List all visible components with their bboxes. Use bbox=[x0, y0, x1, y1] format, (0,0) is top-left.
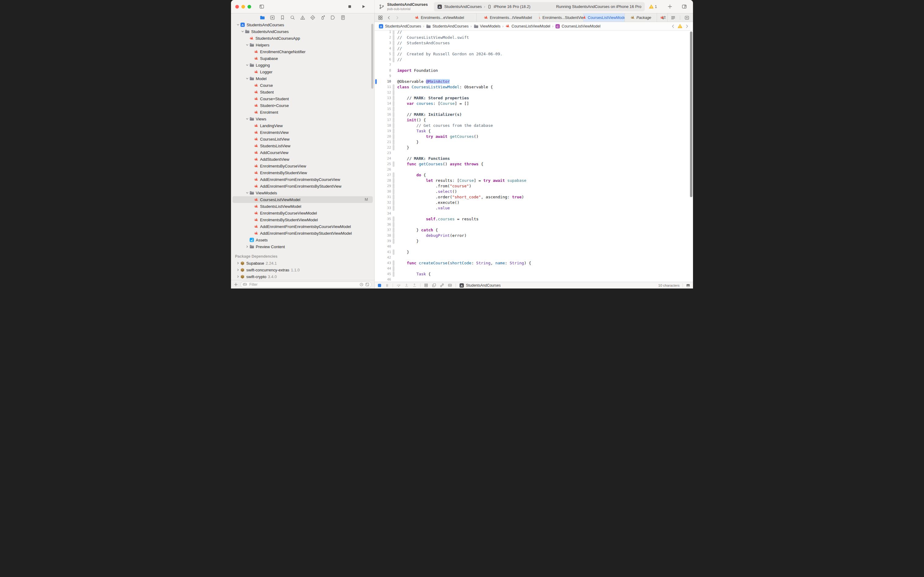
code-line-44[interactable]: 44 bbox=[375, 266, 693, 271]
code-line-11[interactable]: 11class CoursesListViewModel: Observable… bbox=[375, 84, 693, 90]
disclosure-open-icon[interactable] bbox=[245, 64, 250, 67]
sidebar-item-model[interactable]: Model bbox=[231, 75, 374, 82]
code-line-30[interactable]: 30 .select() bbox=[375, 189, 693, 194]
sidebar-item-viewmodels[interactable]: ViewModels bbox=[231, 190, 374, 196]
code-line-42[interactable]: 42 bbox=[375, 255, 693, 260]
toggle-debug-area-icon[interactable] bbox=[686, 283, 690, 288]
run-button[interactable] bbox=[361, 4, 366, 9]
code-line-26[interactable]: 26 bbox=[375, 167, 693, 172]
code-line-38[interactable]: 38 debugPrint(error) bbox=[375, 233, 693, 239]
sidebar-item-addenrolmentfromenrolmentsbystudentviewmodel[interactable]: AddEnrolmentFromEnrolmentsbyStudentViewM… bbox=[231, 230, 374, 237]
go-forward-icon[interactable] bbox=[395, 16, 399, 20]
adjust-editor-options-icon[interactable] bbox=[671, 15, 676, 20]
code-line-8[interactable]: 8import Foundation bbox=[375, 68, 693, 73]
sidebar-item-courseslistview[interactable]: CoursesListView bbox=[231, 136, 374, 142]
sidebar-item-enrolmentsbystudentview[interactable]: EnrolmentsByStudentView bbox=[231, 169, 374, 176]
sidebar-item-student[interactable]: Student bbox=[231, 89, 374, 95]
editor-tab-enrolments-tviewmodel[interactable]: Enrolments...tViewModel bbox=[476, 13, 539, 22]
code-line-14[interactable]: 14 var courses: [Course] = [] bbox=[375, 101, 693, 106]
code-line-6[interactable]: 6// bbox=[375, 57, 693, 62]
breadcrumb-3[interactable]: CoursesListViewModel bbox=[505, 24, 550, 28]
changes-navigator-icon[interactable] bbox=[270, 15, 275, 20]
code-line-39[interactable]: 39 } bbox=[375, 239, 693, 244]
issues-navigator-icon[interactable] bbox=[300, 15, 305, 20]
sidebar-item-enrollmentchangenotifier[interactable]: EnrollmentChangeNotifier bbox=[231, 48, 374, 55]
sidebar-scrollbar[interactable] bbox=[371, 24, 373, 89]
code-line-28[interactable]: 28 let results: [Course] = try await sup… bbox=[375, 178, 693, 184]
code-line-34[interactable]: 34 bbox=[375, 211, 693, 216]
disclosure-open-icon[interactable] bbox=[240, 30, 245, 33]
debug-navigator-icon[interactable] bbox=[320, 15, 325, 20]
sidebar-item-addcourseview[interactable]: AddCourseView bbox=[231, 149, 374, 156]
breadcrumb-1[interactable]: StudentsAndCourses bbox=[426, 24, 468, 29]
code-line-4[interactable]: 4// bbox=[375, 46, 693, 52]
code-line-40[interactable]: 40 bbox=[375, 244, 693, 249]
sidebar-item-enrolment[interactable]: Enrolment bbox=[231, 109, 374, 116]
code-line-36[interactable]: 36 bbox=[375, 222, 693, 227]
sidebar-item-addenrolmentfromenrolmentsbycourseviewmodel[interactable]: AddEnrolmentFromEnrolmentsbyCourseViewMo… bbox=[231, 223, 374, 230]
breadcrumb-4[interactable]: CCoursesListViewModel bbox=[555, 24, 600, 29]
editor-tab-courseslistviewmodel[interactable]: CoursesListViewModel bbox=[584, 13, 625, 22]
code-line-20[interactable]: 20 try await getCourses() bbox=[375, 134, 693, 139]
step-over-icon[interactable] bbox=[396, 283, 401, 288]
code-line-23[interactable]: 23 bbox=[375, 150, 693, 156]
sidebar-item-addstudentview[interactable]: AddStudentView bbox=[231, 156, 374, 163]
code-line-19[interactable]: 19 Task { bbox=[375, 128, 693, 134]
library-add-button[interactable] bbox=[667, 4, 673, 9]
toggle-navigator-icon[interactable] bbox=[259, 4, 264, 9]
step-into-icon[interactable] bbox=[404, 283, 409, 288]
swap-editor-icon[interactable] bbox=[662, 15, 666, 20]
breadcrumb-0[interactable]: AStudentsAndCourses bbox=[378, 24, 421, 29]
stop-button[interactable] bbox=[348, 4, 352, 9]
code-line-33[interactable]: 33 .value bbox=[375, 205, 693, 211]
disclosure-open-icon[interactable] bbox=[236, 23, 240, 26]
breadcrumb-2[interactable]: ViewModels bbox=[473, 24, 501, 29]
code-line-41[interactable]: 41 } bbox=[375, 249, 693, 255]
code-line-15[interactable]: 15 bbox=[375, 106, 693, 112]
code-line-12[interactable]: 12 bbox=[375, 90, 693, 95]
code-line-31[interactable]: 31 .order("short_code", ascending: true) bbox=[375, 194, 693, 200]
package-item-swift-crypto[interactable]: swift-crypto3.4.0 bbox=[231, 273, 374, 280]
add-editor-icon[interactable] bbox=[684, 15, 689, 20]
code-line-45[interactable]: 45 Task { bbox=[375, 271, 693, 277]
sidebar-item-addenrolmentfromenrolmentsbycourseview[interactable]: AddEnrolmentFromEnrolmentsbyCourseView bbox=[231, 176, 374, 183]
code-line-29[interactable]: 29 .from("course") bbox=[375, 184, 693, 189]
scheme-destination-bar[interactable]: A StudentsAndCourses › iPhone 16 Pro (18… bbox=[434, 2, 645, 11]
editor-tab-enrolments-studentview[interactable]: Enrolments...StudentView bbox=[539, 13, 584, 22]
source-editor[interactable]: 1//2// CoursesListViewModel.swift3// Stu… bbox=[375, 31, 693, 282]
step-out-icon[interactable] bbox=[412, 283, 417, 288]
filter-field[interactable] bbox=[240, 282, 372, 288]
next-issue-icon[interactable] bbox=[685, 24, 689, 28]
disclosure-open-icon[interactable] bbox=[245, 77, 250, 80]
package-item-supabase[interactable]: Supabase2.24.1 bbox=[231, 260, 374, 266]
breakpoints-navigator-icon[interactable] bbox=[330, 15, 335, 20]
code-line-24[interactable]: 24 // MARK: Functions bbox=[375, 156, 693, 161]
minimize-window-button[interactable] bbox=[241, 5, 245, 8]
sidebar-item-logger[interactable]: Logger bbox=[231, 68, 374, 75]
run-destination[interactable]: iPhone 16 Pro (18.2) bbox=[494, 4, 530, 9]
go-back-icon[interactable] bbox=[387, 16, 391, 20]
editor-tab-package[interactable]: Package bbox=[625, 13, 657, 22]
disclosure-open-icon[interactable] bbox=[245, 44, 250, 47]
sidebar-item-helpers[interactable]: Helpers bbox=[231, 42, 374, 48]
issue-warning-icon[interactable] bbox=[678, 24, 682, 28]
disclosure-closed-icon[interactable] bbox=[236, 268, 240, 271]
sidebar-item-course-student[interactable]: Course+Student bbox=[231, 95, 374, 102]
code-line-13[interactable]: 13 // MARK: Stored properties bbox=[375, 95, 693, 101]
debug-view-icon[interactable] bbox=[432, 283, 436, 288]
sidebar-item-views[interactable]: Views bbox=[231, 116, 374, 122]
running-process[interactable]: A StudentsAndCourses bbox=[459, 283, 501, 288]
code-line-27[interactable]: 27 do { bbox=[375, 172, 693, 178]
code-line-7[interactable]: 7 bbox=[375, 62, 693, 68]
code-line-3[interactable]: 3// StudentsAndCourses bbox=[375, 40, 693, 46]
sidebar-item-enrolmentsbycourseviewmodel[interactable]: EnrolmentsByCourseViewModel bbox=[231, 210, 374, 216]
disclosure-closed-icon[interactable] bbox=[245, 245, 250, 248]
breakpoints-toggle[interactable] bbox=[377, 283, 382, 288]
project-navigator-icon[interactable] bbox=[260, 15, 265, 20]
environment-overrides-icon[interactable] bbox=[448, 283, 452, 288]
sidebar-item-studentslistviewmodel[interactable]: StudentsListViewModel bbox=[231, 203, 374, 210]
package-item-swift-concurrency-extras[interactable]: swift-concurrency-extras1.1.0 bbox=[231, 266, 374, 273]
disclosure-open-icon[interactable] bbox=[245, 118, 250, 121]
code-line-32[interactable]: 32 .execute() bbox=[375, 200, 693, 205]
sidebar-item-studentslistview[interactable]: StudentsListView bbox=[231, 142, 374, 149]
